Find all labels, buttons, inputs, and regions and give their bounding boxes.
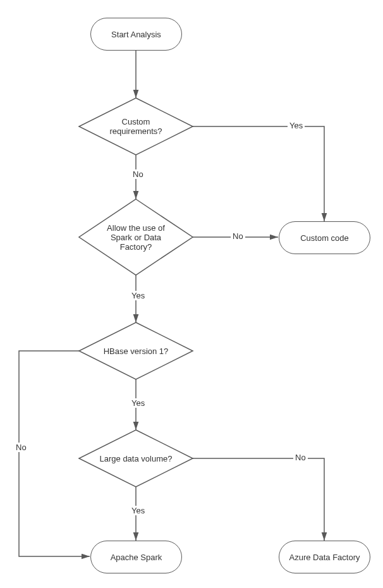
hbase-label: HBase version 1? [104,346,169,356]
large-volume-no-label: No [293,453,308,462]
apache-spark-label: Apache Spark [111,553,162,562]
hbase-decision: HBase version 1? [79,322,193,379]
azure-df-terminator: Azure Data Factory [279,541,370,573]
hbase-yes-label: Yes [130,398,147,408]
spark-df-label: Allow the use of Spark or Data Factory? [98,223,174,252]
custom-req-label: Custom requirements? [98,117,174,136]
hbase-no-label: No [14,443,28,452]
custom-req-no-label: No [131,169,145,179]
custom-code-label: Custom code [300,233,349,243]
custom-req-yes-label: Yes [288,121,305,130]
azure-df-label: Azure Data Factory [289,553,360,562]
large-volume-decision: Large data volume? [79,430,193,487]
apache-spark-terminator: Apache Spark [90,541,182,573]
custom-code-terminator: Custom code [279,221,370,254]
spark-df-decision: Allow the use of Spark or Data Factory? [79,199,193,275]
start-label: Start Analysis [111,30,161,39]
flowchart-connectors [0,0,383,588]
large-volume-yes-label: Yes [130,506,147,515]
custom-req-decision: Custom requirements? [79,98,193,155]
start-terminator: Start Analysis [90,18,182,51]
spark-df-yes-label: Yes [130,291,147,300]
large-volume-label: Large data volume? [100,454,173,463]
spark-df-no-label: No [231,231,245,241]
